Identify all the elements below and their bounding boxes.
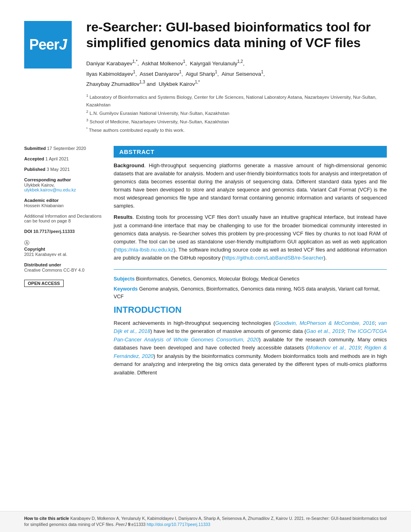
accepted-item: Accepted 1 April 2021 bbox=[24, 156, 102, 161]
copyright-label: Copyright bbox=[24, 247, 102, 251]
abstract-heading: ABSTRACT bbox=[114, 146, 387, 158]
distributed-label: Distributed under bbox=[24, 262, 102, 267]
copyright-year: 2021 Karabayev et al. bbox=[24, 252, 102, 257]
background-label: Background bbox=[114, 162, 144, 168]
affiliations: 1 Laboratory of Bioinformatics and Syste… bbox=[86, 93, 387, 134]
subjects-label: Subjects bbox=[114, 276, 135, 282]
published-item: Published 3 May 2021 bbox=[24, 167, 102, 172]
published-label: Published bbox=[24, 167, 46, 172]
background-text: . High-throughput sequencing platforms g… bbox=[114, 162, 387, 209]
authors: Daniyar Karabayev1,*, Askhat Molkenov1, … bbox=[86, 58, 387, 89]
footer-how-text: Karabayev D, Molkenov A, Yerulanuly K, K… bbox=[24, 516, 386, 527]
accepted-value: 1 April 2021 bbox=[46, 156, 69, 161]
subjects-value: Bioinformatics, Genetics, Genomics, Mole… bbox=[136, 276, 299, 282]
ref-goodwin[interactable]: Goodwin, McPherson & McCombie, 2016 bbox=[275, 320, 375, 326]
open-access-item: OPEN ACCESS bbox=[24, 278, 102, 287]
keywords-label: Keywords bbox=[114, 286, 138, 292]
results-text: . Existing tools for processing VCF file… bbox=[114, 214, 387, 261]
logo-text: PeerJ bbox=[29, 36, 66, 53]
accepted-label: Accepted bbox=[24, 156, 44, 161]
ref-icgc[interactable]: The ICGC/TCGA Pan-Cancer Analysis of Who… bbox=[114, 328, 387, 343]
two-col-layout: Submitted 17 September 2020 Accepted 1 A… bbox=[24, 146, 387, 377]
open-access-badge: OPEN ACCESS bbox=[24, 280, 64, 287]
abstract-text: Background. High-throughput sequencing p… bbox=[114, 162, 387, 262]
right-col: ABSTRACT Background. High-throughput seq… bbox=[114, 146, 387, 377]
submitted-value: 17 September 2020 bbox=[47, 146, 86, 151]
left-col: Submitted 17 September 2020 Accepted 1 A… bbox=[24, 146, 102, 377]
submitted-item: Submitted 17 September 2020 bbox=[24, 146, 102, 151]
academic-editor-label: Academic editor bbox=[24, 198, 102, 203]
web-app-link[interactable]: https://nla-lbsb.nu.edu.kz bbox=[115, 247, 174, 253]
article-title: re-Searcher: GUI-based bioinformatics to… bbox=[86, 19, 387, 51]
keywords-line: Keywords Genome analysis, Genomics, Bioi… bbox=[114, 285, 387, 301]
footer-how-label: How to cite this article bbox=[24, 516, 69, 521]
results-label: Results bbox=[114, 214, 133, 220]
doi-label: DOI bbox=[24, 229, 33, 234]
doi-value: 10.7717/peerj.11333 bbox=[33, 229, 75, 234]
divider bbox=[114, 269, 387, 270]
corresponding-email[interactable]: ulykbek.kairov@nu.edu.kz bbox=[24, 187, 76, 192]
header-area: PeerJ re-Searcher: GUI-based bioinformat… bbox=[24, 19, 387, 135]
keywords-value: Genome analysis, Genomics, Bioinformatic… bbox=[114, 286, 380, 299]
footer-doi-link[interactable]: http://doi.org/10.7717/peerj.11333 bbox=[147, 522, 210, 527]
abstract-section: ABSTRACT Background. High-throughput seq… bbox=[114, 146, 387, 262]
copyright-item: Ⓐ Copyright 2021 Karabayev et al. bbox=[24, 239, 102, 257]
cc-icon: Ⓐ bbox=[24, 239, 102, 247]
subjects-line: Subjects Bioinformatics, Genetics, Genom… bbox=[114, 275, 387, 283]
corresponding-item: Corresponding author Ulykbek Kairov, uly… bbox=[24, 177, 102, 192]
title-block: re-Searcher: GUI-based bioinformatics to… bbox=[86, 19, 387, 135]
additional-info-item: Additional Information and Declarations … bbox=[24, 214, 102, 223]
distributed-item: Distributed under Creative Commons CC-BY… bbox=[24, 262, 102, 272]
corresponding-label: Corresponding author bbox=[24, 177, 102, 182]
published-value: 3 May 2021 bbox=[47, 167, 70, 172]
footer-bar: How to cite this article Karabayev D, Mo… bbox=[0, 511, 411, 532]
doi-item: DOI 10.7717/peerj.11333 bbox=[24, 229, 102, 234]
ref-gao[interactable]: Gao et al., 2019 bbox=[306, 328, 344, 334]
submitted-label: Submitted bbox=[24, 146, 46, 151]
peer-j-logo: PeerJ bbox=[24, 21, 72, 69]
academic-editor-item: Academic editor Hossein Khiabanian bbox=[24, 198, 102, 208]
ref-molkenov[interactable]: Molkenov et al., 2019 bbox=[308, 345, 361, 351]
additional-info-text: Additional Information and Declarations … bbox=[24, 214, 102, 223]
github-link[interactable]: https://github.com/LabBandSB/re-Searcher bbox=[224, 255, 324, 261]
distributed-value: Creative Commons CC-BY 4.0 bbox=[24, 268, 102, 272]
corresponding-name: Ulykbek Kairov, bbox=[24, 183, 102, 187]
page: PeerJ re-Searcher: GUI-based bioinformat… bbox=[0, 0, 411, 532]
academic-editor-value: Hossein Khiabanian bbox=[24, 203, 102, 208]
intro-text: Recent achievements in high-throughput s… bbox=[114, 319, 387, 377]
introduction-heading: INTRODUCTION bbox=[114, 305, 387, 315]
